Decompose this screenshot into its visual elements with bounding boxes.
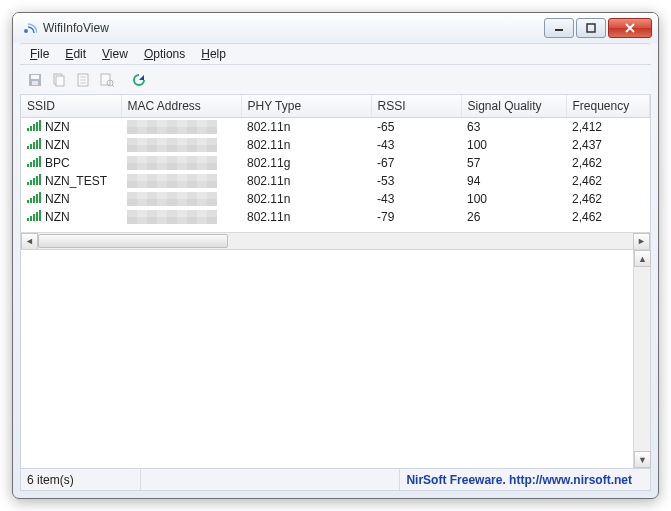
- menu-edit[interactable]: Edit: [57, 45, 94, 63]
- svg-rect-25: [27, 164, 29, 167]
- window-title: WifiInfoView: [43, 21, 109, 35]
- toolbar-find-icon[interactable]: [96, 69, 118, 91]
- svg-rect-5: [32, 81, 38, 85]
- cell-mac: [127, 138, 217, 152]
- svg-rect-20: [27, 146, 29, 149]
- column-rssi[interactable]: RSSI: [371, 95, 461, 118]
- svg-rect-26: [30, 162, 32, 167]
- table-row[interactable]: NZN_TEST802.11n-53942,462: [21, 172, 650, 190]
- svg-rect-4: [31, 75, 39, 79]
- app-icon: [21, 20, 37, 36]
- cell-quality: 94: [461, 172, 566, 190]
- column-ssid[interactable]: SSID: [21, 95, 121, 118]
- close-button[interactable]: [608, 18, 652, 38]
- cell-mac: [127, 192, 217, 206]
- cell-freq: 2,462: [566, 208, 650, 226]
- svg-rect-19: [39, 120, 41, 131]
- toolbar-properties-icon[interactable]: [72, 69, 94, 91]
- cell-ssid: NZN: [45, 120, 70, 134]
- minimize-button[interactable]: [544, 18, 574, 38]
- svg-rect-43: [36, 212, 38, 221]
- svg-rect-21: [30, 144, 32, 149]
- svg-point-0: [24, 29, 28, 33]
- menu-file[interactable]: File: [22, 45, 57, 63]
- app-window: WifiInfoView File Edit View Options Help: [12, 12, 659, 499]
- cell-phy: 802.11n: [241, 172, 371, 190]
- cell-freq: 2,437: [566, 136, 650, 154]
- svg-rect-30: [27, 182, 29, 185]
- svg-rect-15: [27, 128, 29, 131]
- scroll-thumb[interactable]: [38, 234, 228, 248]
- maximize-button[interactable]: [576, 18, 606, 38]
- cell-quality: 63: [461, 118, 566, 137]
- horizontal-scrollbar[interactable]: ◄ ►: [21, 232, 650, 249]
- wifi-table: SSID MAC Address PHY Type RSSI Signal Qu…: [21, 95, 650, 226]
- svg-rect-40: [27, 218, 29, 221]
- cell-phy: 802.11n: [241, 136, 371, 154]
- toolbar-copy-icon[interactable]: [48, 69, 70, 91]
- svg-rect-35: [27, 200, 29, 203]
- cell-quality: 57: [461, 154, 566, 172]
- cell-ssid: BPC: [45, 156, 70, 170]
- cell-phy: 802.11n: [241, 118, 371, 137]
- column-quality[interactable]: Signal Quality: [461, 95, 566, 118]
- svg-rect-37: [33, 196, 35, 203]
- cell-mac: [127, 174, 217, 188]
- cell-phy: 802.11g: [241, 154, 371, 172]
- cell-rssi: -79: [371, 208, 461, 226]
- svg-rect-1: [555, 29, 563, 31]
- column-phy[interactable]: PHY Type: [241, 95, 371, 118]
- cell-phy: 802.11n: [241, 208, 371, 226]
- table-row[interactable]: NZN802.11n-79262,462: [21, 208, 650, 226]
- signal-icon: [27, 210, 41, 224]
- menu-help[interactable]: Help: [193, 45, 234, 63]
- scroll-right-icon[interactable]: ►: [633, 233, 650, 250]
- scroll-down-icon[interactable]: ▼: [634, 451, 651, 468]
- scroll-left-icon[interactable]: ◄: [21, 233, 38, 250]
- menu-options[interactable]: Options: [136, 45, 193, 63]
- column-freq[interactable]: Frequency: [566, 95, 650, 118]
- toolbar-save-icon[interactable]: [24, 69, 46, 91]
- cell-quality: 100: [461, 136, 566, 154]
- svg-rect-7: [56, 76, 64, 86]
- svg-rect-33: [36, 176, 38, 185]
- svg-rect-42: [33, 214, 35, 221]
- scroll-up-icon[interactable]: ▲: [634, 250, 651, 267]
- toolbar: [20, 65, 651, 95]
- menu-view[interactable]: View: [94, 45, 136, 63]
- cell-freq: 2,462: [566, 172, 650, 190]
- menubar: File Edit View Options Help: [20, 43, 651, 65]
- cell-ssid: NZN: [45, 138, 70, 152]
- svg-rect-12: [101, 74, 110, 85]
- svg-rect-41: [30, 216, 32, 221]
- cell-rssi: -53: [371, 172, 461, 190]
- table-row[interactable]: NZN802.11n-65632,412: [21, 118, 650, 137]
- svg-rect-44: [39, 210, 41, 221]
- list-pane[interactable]: SSID MAC Address PHY Type RSSI Signal Qu…: [21, 95, 650, 249]
- status-mid: [141, 469, 400, 490]
- status-credit: NirSoft Freeware. http://www.nirsoft.net: [400, 469, 650, 490]
- table-row[interactable]: NZN802.11n-431002,462: [21, 190, 650, 208]
- svg-rect-2: [587, 24, 595, 32]
- cell-mac: [127, 120, 217, 134]
- cell-phy: 802.11n: [241, 190, 371, 208]
- svg-rect-31: [30, 180, 32, 185]
- signal-icon: [27, 156, 41, 170]
- cell-freq: 2,412: [566, 118, 650, 137]
- svg-rect-32: [33, 178, 35, 185]
- svg-rect-17: [33, 124, 35, 131]
- toolbar-refresh-icon[interactable]: [128, 69, 150, 91]
- titlebar[interactable]: WifiInfoView: [13, 13, 658, 43]
- vertical-scrollbar[interactable]: ▲ ▼: [633, 250, 650, 468]
- svg-rect-39: [39, 192, 41, 203]
- table-row[interactable]: NZN802.11n-431002,437: [21, 136, 650, 154]
- cell-quality: 100: [461, 190, 566, 208]
- column-mac[interactable]: MAC Address: [121, 95, 241, 118]
- svg-rect-27: [33, 160, 35, 167]
- signal-icon: [27, 120, 41, 134]
- signal-icon: [27, 192, 41, 206]
- cell-rssi: -65: [371, 118, 461, 137]
- table-row[interactable]: BPC802.11g-67572,462: [21, 154, 650, 172]
- svg-rect-22: [33, 142, 35, 149]
- detail-pane: ▲ ▼: [21, 249, 650, 468]
